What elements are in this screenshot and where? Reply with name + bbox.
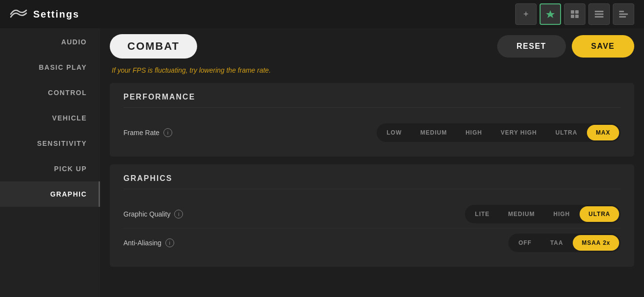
- layout1-button[interactable]: [564, 3, 585, 25]
- svg-rect-5: [595, 11, 604, 12]
- combat-badge: COMBAT: [110, 34, 197, 59]
- sidebar-item-graphic[interactable]: GRAPHIC: [0, 181, 100, 207]
- svg-rect-2: [575, 10, 579, 14]
- header: Settings +: [0, 0, 644, 28]
- graphic-quality-medium[interactable]: MEDIUM: [500, 206, 544, 222]
- anti-aliasing-taa[interactable]: TAA: [542, 235, 572, 251]
- main-content: COMBAT RESET SAVE If your FPS is fluctua…: [100, 0, 644, 297]
- logo-icon: [10, 7, 27, 21]
- graphic-quality-label: Graphic Quality i: [123, 210, 183, 218]
- reset-button[interactable]: RESET: [497, 35, 566, 58]
- star-button[interactable]: [540, 3, 561, 25]
- top-actions: RESET SAVE: [497, 35, 634, 58]
- save-button[interactable]: SAVE: [572, 35, 634, 58]
- svg-rect-8: [619, 11, 624, 12]
- sidebar-item-sensitivity[interactable]: SENSITIVITY: [0, 131, 100, 156]
- frame-rate-max[interactable]: MAX: [587, 125, 619, 140]
- svg-rect-7: [595, 16, 604, 18]
- graphics-title: GRAPHICS: [123, 174, 621, 189]
- sidebar-item-vehicle[interactable]: VEHICLE: [0, 105, 100, 131]
- frame-rate-high[interactable]: HIGH: [457, 125, 491, 140]
- sidebar-item-basic-play[interactable]: BASIC PLAY: [0, 55, 100, 80]
- graphic-quality-options: LITE MEDIUM HIGH ULTRA: [465, 205, 621, 223]
- frame-rate-ultra[interactable]: ULTRA: [547, 125, 586, 140]
- sidebar-item-audio[interactable]: AUDIO: [0, 29, 100, 55]
- graphics-section: GRAPHICS Graphic Quality i LITE MEDIUM H…: [110, 164, 634, 267]
- menu-button[interactable]: [613, 3, 634, 25]
- svg-rect-10: [619, 16, 626, 18]
- anti-aliasing-off[interactable]: OFF: [510, 235, 541, 251]
- sidebar-item-control[interactable]: CONTROL: [0, 80, 100, 105]
- frame-rate-medium[interactable]: MEDIUM: [412, 125, 456, 140]
- svg-rect-4: [575, 15, 579, 18]
- graphic-quality-row: Graphic Quality i LITE MEDIUM HIGH ULTRA: [123, 200, 621, 229]
- header-title: Settings: [33, 9, 80, 20]
- header-logo: Settings: [10, 7, 80, 21]
- sidebar: AUDIO BASIC PLAY CONTROL VEHICLE SENSITI…: [0, 0, 100, 297]
- svg-rect-6: [595, 14, 604, 15]
- performance-section: PERFORMANCE Frame Rate i LOW MEDIUM HIGH…: [110, 83, 634, 157]
- graphic-quality-ultra[interactable]: ULTRA: [580, 206, 619, 222]
- anti-aliasing-msaa2x[interactable]: MSAA 2x: [573, 235, 619, 251]
- frame-rate-low[interactable]: LOW: [378, 125, 411, 140]
- fps-warning: If your FPS is fluctuating, try lowering…: [110, 66, 634, 74]
- svg-rect-1: [571, 10, 574, 14]
- frame-rate-label: Frame Rate i: [123, 128, 172, 137]
- layout2-button[interactable]: [588, 3, 610, 25]
- svg-rect-3: [571, 15, 574, 18]
- anti-aliasing-info-icon[interactable]: i: [165, 238, 174, 247]
- plus-button[interactable]: +: [515, 3, 537, 25]
- anti-aliasing-row: Anti-Aliasing i OFF TAA MSAA 2x: [123, 229, 621, 257]
- graphic-quality-info-icon[interactable]: i: [174, 210, 183, 218]
- svg-rect-9: [619, 14, 628, 15]
- frame-rate-info-icon[interactable]: i: [163, 128, 172, 137]
- graphic-quality-lite[interactable]: LITE: [466, 206, 499, 222]
- top-bar: COMBAT RESET SAVE: [110, 34, 634, 59]
- frame-rate-row: Frame Rate i LOW MEDIUM HIGH VERY HIGH U…: [123, 119, 621, 147]
- svg-marker-0: [546, 10, 555, 18]
- performance-title: PERFORMANCE: [123, 93, 621, 108]
- graphic-quality-high[interactable]: HIGH: [544, 206, 579, 222]
- anti-aliasing-label: Anti-Aliasing i: [123, 238, 174, 247]
- header-icons: +: [515, 3, 634, 25]
- frame-rate-options: LOW MEDIUM HIGH VERY HIGH ULTRA MAX: [377, 123, 621, 142]
- anti-aliasing-options: OFF TAA MSAA 2x: [508, 234, 621, 252]
- sidebar-item-pick-up[interactable]: PICK UP: [0, 156, 100, 181]
- frame-rate-very-high[interactable]: VERY HIGH: [492, 125, 545, 140]
